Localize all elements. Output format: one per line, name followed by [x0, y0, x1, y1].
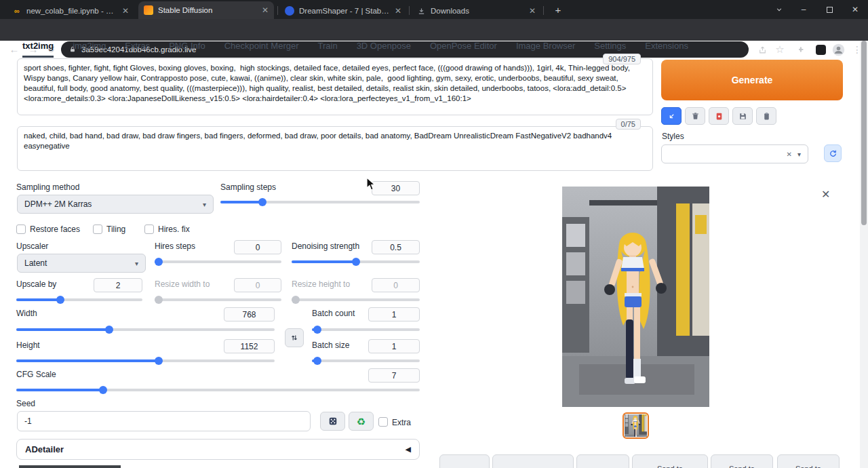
reuse-seed-button[interactable]: ♻ — [349, 412, 374, 431]
upscale-by-label: Upscale by — [16, 279, 56, 289]
tab-image-browser[interactable]: Image Browser — [516, 41, 575, 58]
width-input[interactable] — [224, 307, 275, 321]
tab-close-icon[interactable]: ✕ — [122, 7, 129, 15]
hires-steps-input[interactable] — [234, 240, 281, 254]
adetailer-label: ADetailer — [25, 444, 64, 454]
zip-image-button[interactable] — [492, 454, 574, 468]
upscale-by-slider[interactable] — [16, 296, 142, 304]
browser-tab-stable-diffusion[interactable]: Stable Diffusion ✕ — [138, 1, 274, 19]
sampling-steps-slider[interactable] — [220, 198, 420, 206]
share-icon[interactable] — [754, 41, 770, 58]
restore-faces-label: Restore faces — [30, 225, 80, 234]
styles-dropdown[interactable]: ✕ ▾ — [661, 144, 808, 163]
chevron-down-icon: ▾ — [797, 151, 801, 158]
denoising-strength-slider[interactable] — [292, 258, 420, 266]
sampling-method-select[interactable]: DPM++ 2M Karras ▾ — [17, 195, 214, 214]
upscaler-value: Latent — [24, 258, 47, 268]
generate-button[interactable]: Generate — [661, 60, 843, 100]
batch-size-label: Batch size — [312, 340, 349, 350]
window-maximize-button[interactable] — [819, 0, 840, 19]
bookmark-star-icon[interactable]: ☆ — [772, 41, 788, 58]
batch-size-slider[interactable] — [312, 357, 420, 365]
width-label: Width — [16, 309, 37, 318]
refresh-styles-button[interactable] — [824, 144, 842, 162]
tab-close-icon[interactable]: ✕ — [262, 6, 269, 14]
denoising-strength-input[interactable] — [372, 240, 420, 254]
random-seed-button[interactable] — [320, 412, 345, 431]
prompt-textarea[interactable]: sport shoes, fighter, fight, fight Glove… — [17, 58, 653, 115]
cfg-scale-slider[interactable] — [16, 386, 420, 394]
negative-prompt-textarea[interactable]: naked, child, bad hand, bad draw, bad dr… — [17, 126, 653, 171]
batch-count-slider[interactable] — [312, 326, 420, 334]
collapse-arrow-icon: ◀ — [406, 445, 411, 454]
tab-train[interactable]: Train — [318, 41, 338, 58]
refresh-icon — [829, 149, 837, 158]
cfg-scale-input[interactable] — [368, 368, 420, 383]
browser-tab-strip: ∞ new_colab_file.ipynb - Colaborat ✕ Sta… — [0, 0, 868, 19]
batch-size-input[interactable] — [368, 339, 420, 353]
tab-extras[interactable]: Extras — [125, 41, 150, 58]
save-image-button[interactable] — [439, 454, 490, 468]
tab-png-info[interactable]: PNG Info — [169, 41, 205, 58]
send-to-extras-button[interactable]: Send to — [777, 454, 840, 468]
generated-image[interactable] — [562, 187, 709, 407]
resize-height-input[interactable] — [372, 278, 420, 292]
pinned-extension-icon[interactable] — [812, 41, 829, 58]
window-minimize-button[interactable]: – — [793, 0, 814, 19]
extra-seed-checkbox[interactable] — [378, 417, 388, 427]
extensions-puzzle-icon[interactable] — [793, 41, 810, 58]
seed-input[interactable] — [17, 411, 311, 431]
resize-width-slider[interactable] — [155, 296, 281, 304]
browser-tab-colab[interactable]: ∞ new_colab_file.ipynb - Colaborat ✕ — [7, 3, 134, 19]
profile-avatar[interactable] — [830, 41, 846, 58]
upscale-by-input[interactable] — [94, 278, 142, 292]
extra-networks-button[interactable] — [709, 107, 729, 125]
height-input[interactable] — [224, 339, 275, 353]
tab-close-icon[interactable]: ✕ — [529, 7, 536, 15]
chevron-down-icon: ▾ — [203, 201, 206, 208]
swap-width-height-button[interactable] — [285, 328, 304, 347]
gradio-favicon-icon — [144, 5, 153, 15]
card-icon — [715, 112, 724, 121]
close-image-icon[interactable]: ✕ — [821, 189, 830, 200]
window-close-button[interactable]: ✕ — [845, 0, 865, 19]
tab-txt2img[interactable]: txt2img — [22, 41, 54, 58]
tab-search-chevron-icon[interactable] — [769, 0, 789, 19]
clipboard-icon — [762, 112, 771, 121]
gallery-thumbnail-selected[interactable] — [623, 412, 649, 439]
clear-prompt-button[interactable] — [685, 107, 705, 125]
resize-height-slider[interactable] — [292, 296, 420, 304]
sampling-steps-input[interactable] — [372, 181, 420, 195]
tab-close-icon[interactable]: ✕ — [395, 7, 401, 15]
tab-openpose-editor[interactable]: OpenPose Editor — [430, 41, 497, 58]
browser-tab-downloads[interactable]: Downloads ✕ — [411, 3, 541, 19]
tiling-label: Tiling — [106, 225, 125, 234]
tab-img2img[interactable]: img2img — [73, 41, 106, 58]
sampling-method-label: Sampling method — [16, 182, 79, 192]
batch-count-input[interactable] — [368, 307, 420, 321]
hires-steps-slider[interactable] — [155, 258, 281, 266]
height-slider[interactable] — [16, 357, 275, 365]
restore-faces-checkbox[interactable] — [16, 225, 26, 234]
browser-tab-dreamshaper[interactable]: DreamShaper - 7 | Stable Diffusi ✕ — [279, 3, 407, 19]
resize-width-input[interactable] — [234, 278, 281, 292]
back-button[interactable]: ← — [5, 41, 23, 57]
adetailer-accordion[interactable]: ADetailer ◀ — [16, 439, 420, 460]
civitai-favicon-icon — [285, 6, 294, 16]
new-tab-button[interactable]: + — [549, 0, 567, 19]
hires-fix-checkbox[interactable] — [144, 225, 154, 234]
tiling-checkbox[interactable] — [93, 225, 102, 234]
send-to-inpaint-button[interactable]: Send to — [711, 454, 773, 468]
apply-style-button[interactable] — [756, 107, 776, 125]
page-scrollbar-thumb[interactable] — [861, 41, 867, 225]
upscaler-select[interactable]: Latent ▾ — [17, 254, 146, 273]
send-to-img2img-button[interactable]: Send to — [632, 454, 708, 468]
output-extra-button[interactable] — [576, 454, 629, 468]
clear-styles-icon[interactable]: ✕ — [787, 151, 792, 158]
tab-3d-openpose[interactable]: 3D Openpose — [357, 41, 411, 58]
width-slider[interactable] — [16, 326, 275, 334]
save-style-button[interactable] — [732, 107, 753, 125]
tab-extensions[interactable]: Extensions — [645, 41, 688, 58]
paste-params-button[interactable] — [661, 107, 682, 125]
tab-checkpoint-merger[interactable]: Checkpoint Merger — [224, 41, 299, 58]
